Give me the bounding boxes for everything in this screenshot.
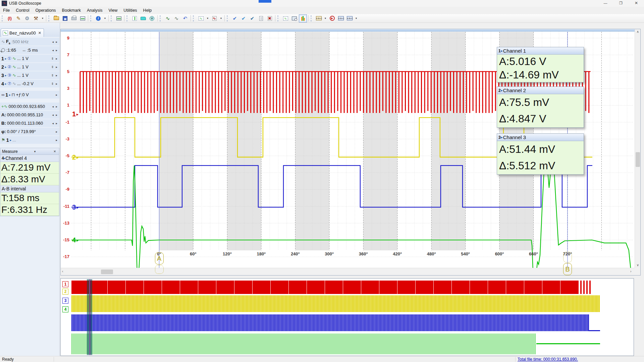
- toolbar-group-handle[interactable]: [227, 15, 229, 21]
- overview-channel-1-button[interactable]: 1: [62, 281, 68, 287]
- channel-3-overlay[interactable]: 3▸Channel 3A:51.44 mVΔ:5.512 mV: [497, 133, 584, 175]
- save-icon[interactable]: [61, 14, 69, 22]
- info-icon[interactable]: i: [94, 14, 102, 22]
- toolbar-group-handle[interactable]: [311, 15, 313, 21]
- delete-icon[interactable]: ✖: [266, 14, 274, 22]
- overlay-header[interactable]: 3▸Channel 3: [497, 134, 584, 141]
- trigger-row[interactable]: ∞ 1▸ ⊓ +ƒ:0 V ▸: [0, 91, 59, 99]
- pencil-icon[interactable]: ✎: [14, 14, 22, 22]
- row-arrows[interactable]: ⇕ ▸: [51, 65, 58, 69]
- horizontal-scroll-thumb[interactable]: [101, 269, 113, 274]
- row-arrows[interactable]: ◂ ▸: [52, 122, 58, 125]
- horizontal-scrollbar[interactable]: ‹ ›: [61, 268, 635, 275]
- row-arrows[interactable]: ◂ ▸: [52, 105, 58, 108]
- scroll-right-icon[interactable]: ›: [630, 269, 631, 273]
- marker-b-row[interactable]: B: 000:00:01.113.060 ◂ ▸: [0, 119, 59, 127]
- overview-channel-3-button[interactable]: 3: [62, 298, 68, 304]
- maximize-button[interactable]: ❐: [613, 0, 629, 7]
- close-button[interactable]: ✕: [629, 0, 644, 7]
- vertical-scroll-thumb[interactable]: [636, 152, 640, 167]
- flag-row[interactable]: ⚑ 1▸ ... ▸: [0, 136, 59, 144]
- menu-item-bookmark[interactable]: Bookmark: [59, 7, 84, 14]
- script-list-dropdown-icon[interactable]: ▾: [354, 14, 358, 22]
- phase-row[interactable]: φ: 0.00° / 719.99° ▸: [0, 128, 59, 135]
- undo-icon[interactable]: ↶: [181, 14, 189, 22]
- channel-4-marker[interactable]: 4: [72, 236, 76, 244]
- overview-panel[interactable]: 1234: [60, 278, 634, 356]
- channel-2-overlay[interactable]: 2▸Channel 2A:75.5 mVΔ:4.847 V: [497, 86, 584, 128]
- toolbar-group-handle[interactable]: [2, 15, 4, 21]
- remove-chart-icon[interactable]: ∿: [210, 14, 218, 22]
- menu-item-analysis[interactable]: Analysis: [84, 7, 106, 14]
- script-list-icon[interactable]: A:B+C: [345, 14, 354, 22]
- row-arrows[interactable]: ⇕ ▸: [51, 82, 58, 85]
- overlay-header[interactable]: 1▸Channel 1: [497, 47, 584, 55]
- add-chart-dropdown-icon[interactable]: ▾: [206, 14, 210, 22]
- document-tab[interactable]: ∿ Bez_názvu00 ✕: [1, 28, 44, 37]
- select-region-icon[interactable]: ∿: [281, 14, 289, 22]
- print-icon[interactable]: [70, 14, 78, 22]
- tools-hammer-icon[interactable]: ⚒: [32, 14, 40, 22]
- sample-rate-row[interactable]: ∿ Fs :500 kHz ◂ ▸: [0, 38, 59, 46]
- scope-display-icon[interactable]: [115, 14, 123, 22]
- measure-close-icon[interactable]: ✕: [52, 150, 57, 153]
- marker-a-row[interactable]: A: 000:00:00.955.110 ◂ ▸: [0, 111, 59, 119]
- tools-dropdown-icon[interactable]: ▾: [41, 14, 45, 22]
- settings-gear-icon[interactable]: ⚙: [23, 14, 31, 22]
- measure-section-header[interactable]: A-B interval: [0, 185, 59, 192]
- channel-2-row[interactable]: 2▸②∿... 1 V⇕ ▸: [0, 63, 59, 71]
- tab-close-icon[interactable]: ✕: [38, 31, 41, 35]
- add-chart-icon[interactable]: ∿: [197, 14, 205, 22]
- chevron-down-icon[interactable]: ▾: [33, 150, 37, 153]
- export-screen-icon[interactable]: [78, 14, 87, 22]
- cursor-a-drop-zone[interactable]: [155, 265, 164, 274]
- report-page-icon[interactable]: [257, 14, 265, 22]
- overview-channel-4-button[interactable]: 4: [62, 306, 68, 312]
- zoom-time-row[interactable]: :1:65 ↔ :5 ms ◂ ▸: [0, 46, 59, 54]
- measure-section-header[interactable]: 4▸Channel 4: [0, 155, 59, 162]
- toolbar-group-handle[interactable]: [48, 15, 51, 21]
- row-arrows[interactable]: ▸: [56, 93, 58, 97]
- overview-channel-2-button[interactable]: 2: [62, 289, 68, 295]
- cursor-a-handle[interactable]: A: [155, 252, 164, 264]
- row-arrows[interactable]: ▸: [56, 130, 58, 133]
- cursor-b-handle[interactable]: B: [563, 263, 572, 275]
- search-signal-icon[interactable]: [290, 14, 298, 22]
- run-script-icon[interactable]: ▶: [328, 14, 336, 22]
- row-arrows[interactable]: ⇕ ▸: [51, 57, 58, 60]
- channel-1-overlay[interactable]: 1▸Channel 1A:5.016 VΔ:-14.69 mV: [497, 47, 584, 82]
- total-file-time-link[interactable]: Total file time: 000:00:31.653.890.: [518, 357, 578, 362]
- apply-save-check-icon[interactable]: ✔: [239, 14, 248, 22]
- menu-item-view[interactable]: View: [105, 7, 120, 14]
- voltmeter-icon[interactable]: V: [148, 14, 156, 22]
- toolbar-group-handle[interactable]: [111, 15, 113, 21]
- toolbar-group-handle[interactable]: [193, 15, 196, 21]
- cursor-snap-icon[interactable]: ∿: [172, 14, 180, 22]
- menu-item-control[interactable]: Control: [13, 7, 32, 14]
- sensor-icon[interactable]: [139, 14, 147, 22]
- scroll-down-icon[interactable]: ∨: [635, 263, 641, 267]
- row-arrows[interactable]: ▸: [56, 138, 58, 142]
- cursor-measure-icon[interactable]: ∿: [164, 14, 172, 22]
- toolbar-group-handle[interactable]: [126, 15, 129, 21]
- toolbar-group-handle[interactable]: [160, 15, 162, 21]
- spectrum-bars-icon[interactable]: [299, 14, 307, 22]
- measure-panel-header[interactable]: Measure ▾ ✕: [0, 148, 59, 155]
- row-arrows[interactable]: ◂ ▸: [52, 40, 58, 44]
- script-box-icon[interactable]: A:B+C: [337, 14, 345, 22]
- script-folder-dropdown-icon[interactable]: ▾: [323, 14, 327, 22]
- channel-3-marker[interactable]: 3: [72, 203, 76, 211]
- toolbar-group-handle[interactable]: [277, 15, 280, 21]
- menu-item-operations[interactable]: Operations: [32, 7, 59, 14]
- apply-check-icon[interactable]: ✔: [231, 14, 239, 22]
- channel-3-row[interactable]: 3▸③∿... 1 V⇕ ▸: [0, 71, 59, 79]
- apply-all-check-icon[interactable]: ✔: [248, 14, 256, 22]
- vertical-scrollbar[interactable]: ∧ ∨: [635, 29, 640, 268]
- menu-item-file[interactable]: File: [0, 7, 13, 14]
- open-file-icon[interactable]: [52, 14, 60, 22]
- scroll-left-icon[interactable]: ‹: [62, 269, 63, 273]
- row-arrows[interactable]: ◂ ▸: [52, 113, 58, 117]
- row-arrows[interactable]: ◂ ▸: [52, 49, 58, 52]
- marker-line-icon[interactable]: [130, 14, 139, 22]
- script-folder-icon[interactable]: A:B+C: [315, 14, 323, 22]
